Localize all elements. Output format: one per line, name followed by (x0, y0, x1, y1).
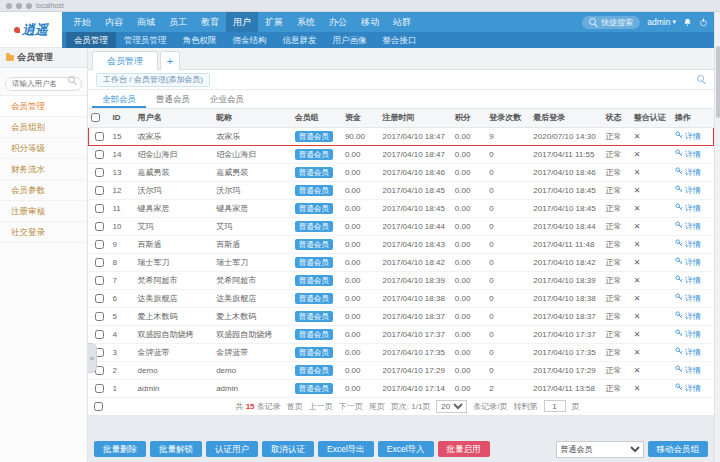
action-button-批量删除[interactable]: 批量删除 (94, 441, 146, 458)
subnav-item-佣金结构[interactable]: 佣金结构 (225, 32, 275, 48)
filter-tab-全部会员[interactable]: 全部会员 (92, 90, 146, 108)
row-checkbox[interactable] (95, 150, 104, 159)
detail-link[interactable]: 详情 (675, 257, 701, 268)
detail-link[interactable]: 详情 (675, 167, 701, 178)
sidebar-item-会员参数[interactable]: 会员参数 (0, 180, 87, 201)
cell-last-login: 2017/04/10 18:44 (531, 217, 603, 235)
detail-link[interactable]: 详情 (675, 383, 701, 394)
detail-link[interactable]: 详情 (675, 203, 701, 214)
user-menu[interactable]: admin ▾ (647, 17, 676, 27)
row-checkbox[interactable] (95, 294, 104, 303)
cell-registered: 2017/04/10 18:47 (381, 127, 453, 145)
browser-url[interactable]: localhost (36, 0, 64, 12)
detail-link[interactable]: 详情 (675, 329, 701, 340)
folder-icon (6, 55, 14, 61)
per-page-label: 条记录/页 (473, 401, 507, 412)
browser-back-button[interactable] (6, 3, 12, 9)
nav-item-办公[interactable]: 办公 (322, 12, 354, 32)
filter-tab-企业会员[interactable]: 企业会员 (200, 90, 254, 108)
detail-link[interactable]: 详情 (675, 275, 701, 286)
add-tab-button[interactable]: + (160, 51, 180, 70)
browser-refresh-button[interactable] (26, 3, 32, 9)
search-icon[interactable] (697, 75, 706, 84)
member-group-select[interactable]: 普通会员 (556, 441, 644, 458)
detail-link[interactable]: 详情 (675, 149, 701, 160)
browser-forward-button[interactable] (16, 3, 22, 9)
row-checkbox[interactable] (95, 240, 104, 249)
row-checkbox[interactable] (95, 258, 104, 267)
sidebar-item-积分等级[interactable]: 积分等级 (0, 138, 87, 159)
row-checkbox[interactable] (95, 132, 104, 141)
pagination-link-上一页[interactable]: 上一页 (309, 401, 333, 412)
subnav-item-管理员管理[interactable]: 管理员管理 (116, 32, 175, 48)
action-button-取消认证[interactable]: 取消认证 (262, 441, 314, 458)
detail-link[interactable]: 详情 (675, 239, 701, 250)
action-button-批量启用[interactable]: 批量启用 (438, 441, 490, 458)
row-checkbox[interactable] (95, 276, 104, 285)
goto-page-input[interactable] (544, 400, 566, 412)
quick-search[interactable]: 快捷搜索 (582, 16, 640, 29)
select-all-footer-checkbox[interactable] (94, 402, 103, 411)
subnav-item-整合接口[interactable]: 整合接口 (375, 32, 425, 48)
move-group-button[interactable]: 移动会员组 (648, 441, 709, 458)
nav-item-内容[interactable]: 内容 (98, 12, 130, 32)
row-checkbox[interactable] (95, 312, 104, 321)
tab-member-management[interactable]: 会员管理 (92, 51, 158, 70)
row-checkbox[interactable] (95, 384, 104, 393)
bell-icon[interactable] (683, 18, 692, 27)
sidebar-item-财务流水[interactable]: 财务流水 (0, 159, 87, 180)
cell-group: 普通会员 (293, 307, 343, 325)
row-checkbox[interactable] (95, 186, 104, 195)
nav-item-扩展[interactable]: 扩展 (258, 12, 290, 32)
row-checkbox[interactable] (95, 330, 104, 339)
pagination-link-下一页[interactable]: 下一页 (339, 401, 363, 412)
scrollbar-thumb[interactable] (716, 46, 720, 118)
row-checkbox[interactable] (95, 168, 104, 177)
subnav-item-角色权限[interactable]: 角色权限 (175, 32, 225, 48)
sidebar-item-会员管理[interactable]: 会员管理 (0, 96, 87, 117)
bulk-actions: 批量删除批量解锁认证用户取消认证Excel导出Excel导入批量启用 (94, 441, 490, 458)
cell-money: 0.00 (343, 163, 381, 181)
column-header-登录次数: 登录次数 (487, 109, 531, 127)
detail-link[interactable]: 详情 (675, 365, 701, 376)
nav-item-教育[interactable]: 教育 (194, 12, 226, 32)
nav-item-员工[interactable]: 员工 (162, 12, 194, 32)
cell-registered: 2017/04/10 18:39 (381, 271, 453, 289)
nav-item-系统[interactable]: 系统 (290, 12, 322, 32)
nav-item-移动[interactable]: 移动 (354, 12, 386, 32)
table-row: 8瑞士军刀瑞士军刀普通会员0.002017/04/10 18:420.00020… (89, 253, 714, 271)
pagination-link-首页[interactable]: 首页 (287, 401, 303, 412)
nav-item-商城[interactable]: 商城 (130, 12, 162, 32)
detail-link[interactable]: 详情 (675, 221, 701, 232)
detail-link[interactable]: 详情 (675, 293, 701, 304)
sidebar-item-注册审核[interactable]: 注册审核 (0, 201, 87, 222)
detail-link[interactable]: 详情 (675, 185, 701, 196)
row-checkbox[interactable] (95, 222, 104, 231)
row-checkbox[interactable] (95, 204, 104, 213)
per-page-select[interactable]: 20 (436, 400, 467, 413)
scrollbar[interactable] (714, 12, 720, 462)
pagination-link-尾页[interactable]: 尾页 (369, 401, 385, 412)
select-all-checkbox[interactable] (91, 113, 100, 122)
detail-link[interactable]: 详情 (675, 347, 701, 358)
detail-link[interactable]: 详情 (675, 131, 701, 142)
action-button-Excel导入[interactable]: Excel导入 (378, 441, 434, 458)
action-button-批量解锁[interactable]: 批量解锁 (150, 441, 202, 458)
nav-item-开始[interactable]: 开始 (66, 12, 98, 32)
subnav-item-会员管理[interactable]: 会员管理 (66, 32, 116, 48)
filter-tab-普通会员[interactable]: 普通会员 (146, 90, 200, 108)
sidebar-item-会员组别[interactable]: 会员组别 (0, 117, 87, 138)
detail-link[interactable]: 详情 (675, 311, 701, 322)
power-icon[interactable] (699, 18, 708, 27)
subnav-item-用户画像[interactable]: 用户画像 (325, 32, 375, 48)
sidebar-item-社交登录[interactable]: 社交登录 (0, 222, 87, 243)
sidebar-title-text: 会员管理 (17, 51, 53, 64)
cell-auth: ✕ (632, 163, 673, 181)
action-button-Excel导出[interactable]: Excel导出 (318, 441, 374, 458)
sidebar-collapse-handle[interactable]: « (88, 343, 97, 373)
cell-money: 0.00 (343, 181, 381, 199)
nav-item-站群[interactable]: 站群 (386, 12, 418, 32)
subnav-item-信息群发[interactable]: 信息群发 (275, 32, 325, 48)
action-button-认证用户[interactable]: 认证用户 (206, 441, 258, 458)
nav-item-用户[interactable]: 用户 (226, 12, 258, 32)
